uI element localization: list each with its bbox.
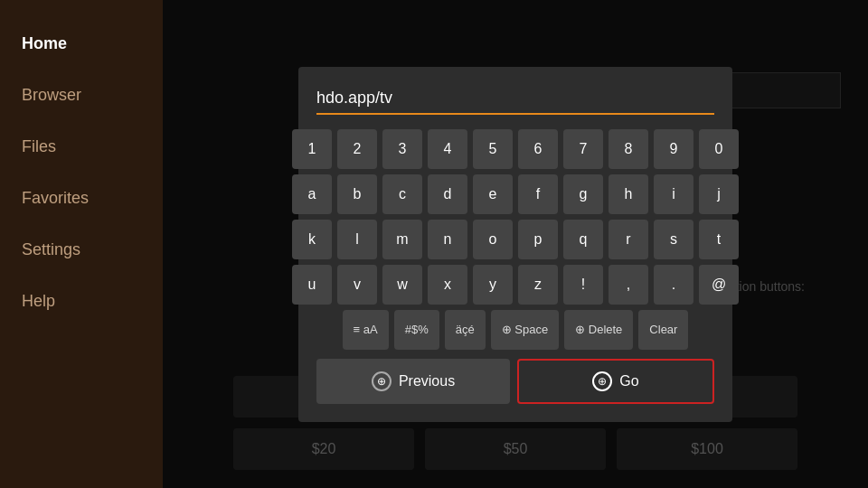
key-m[interactable]: m: [382, 220, 422, 259]
key-0[interactable]: 0: [699, 129, 739, 169]
key-s[interactable]: s: [654, 220, 693, 259]
key-a[interactable]: a: [292, 174, 332, 214]
key-d[interactable]: d: [428, 174, 467, 214]
sidebar-label-browser: Browser: [22, 86, 81, 104]
sidebar-item-browser[interactable]: Browser: [0, 70, 163, 121]
key-g[interactable]: g: [563, 174, 603, 214]
sidebar-label-help: Help: [22, 292, 55, 310]
key-5[interactable]: 5: [473, 129, 513, 169]
keyboard-dialog: 1 2 3 4 5 6 7 8 9 0 a b c d e: [298, 67, 732, 422]
key-at[interactable]: @: [699, 265, 739, 305]
key-9[interactable]: 9: [654, 129, 693, 169]
key-b[interactable]: b: [337, 174, 377, 214]
key-l[interactable]: l: [337, 220, 377, 259]
go-button[interactable]: ⊕ Go: [517, 359, 714, 404]
key-o[interactable]: o: [473, 220, 513, 259]
kb-row-special: ≡ aA #$% äçé ⊕ Space ⊕ Delete Clear: [316, 310, 714, 350]
sidebar-label-settings: Settings: [22, 240, 80, 258]
sidebar-item-settings[interactable]: Settings: [0, 224, 163, 276]
previous-icon: ⊕: [372, 371, 392, 391]
sidebar-item-help[interactable]: Help: [0, 276, 163, 327]
sidebar-item-home[interactable]: Home: [0, 18, 163, 70]
dialog-overlay: 1 2 3 4 5 6 7 8 9 0 a b c d e: [163, 0, 868, 488]
key-case-toggle[interactable]: ≡ aA: [343, 310, 389, 350]
key-t[interactable]: t: [699, 220, 739, 259]
url-input-container: [316, 85, 714, 115]
key-z[interactable]: z: [518, 265, 558, 305]
key-c[interactable]: c: [382, 174, 422, 214]
previous-button[interactable]: ⊕ Previous: [316, 359, 510, 404]
key-f[interactable]: f: [518, 174, 558, 214]
key-v[interactable]: v: [337, 265, 377, 305]
key-q[interactable]: q: [563, 220, 603, 259]
key-n[interactable]: n: [428, 220, 467, 259]
key-i[interactable]: i: [654, 174, 693, 214]
key-j[interactable]: j: [699, 174, 739, 214]
sidebar: Home Browser Files Favorites Settings He…: [0, 0, 163, 488]
key-4[interactable]: 4: [428, 129, 467, 169]
key-symbols[interactable]: #$%: [394, 310, 439, 350]
key-x[interactable]: x: [428, 265, 467, 305]
key-3[interactable]: 3: [382, 129, 422, 169]
previous-label: Previous: [399, 373, 455, 389]
key-u[interactable]: u: [292, 265, 332, 305]
key-h[interactable]: h: [609, 174, 648, 214]
key-p[interactable]: p: [518, 220, 558, 259]
key-k[interactable]: k: [292, 220, 332, 259]
key-space[interactable]: ⊕ Space: [491, 310, 559, 350]
key-r[interactable]: r: [609, 220, 648, 259]
key-exclaim[interactable]: !: [563, 265, 603, 305]
kb-row-a-j: a b c d e f g h i j: [316, 174, 714, 214]
key-clear[interactable]: Clear: [638, 310, 688, 350]
kb-row-k-t: k l m n o p q r s t: [316, 220, 714, 259]
bottom-nav-row: ⊕ Previous ⊕ Go: [316, 359, 714, 404]
key-2[interactable]: 2: [337, 129, 377, 169]
key-comma[interactable]: ,: [609, 265, 648, 305]
kb-row-numbers: 1 2 3 4 5 6 7 8 9 0: [316, 129, 714, 169]
key-8[interactable]: 8: [609, 129, 648, 169]
sidebar-label-home: Home: [22, 34, 67, 52]
main-content: ase donation buttons: (You'll be given t…: [163, 0, 868, 488]
sidebar-label-favorites: Favorites: [22, 189, 89, 207]
url-input[interactable]: [316, 85, 714, 115]
key-7[interactable]: 7: [563, 129, 603, 169]
key-e[interactable]: e: [473, 174, 513, 214]
go-label: Go: [619, 373, 638, 389]
sidebar-item-favorites[interactable]: Favorites: [0, 173, 163, 224]
key-w[interactable]: w: [382, 265, 422, 305]
key-period[interactable]: .: [654, 265, 693, 305]
key-y[interactable]: y: [473, 265, 513, 305]
key-accents[interactable]: äçé: [445, 310, 486, 350]
sidebar-item-files[interactable]: Files: [0, 121, 163, 173]
sidebar-label-files: Files: [22, 137, 56, 155]
key-1[interactable]: 1: [292, 129, 332, 169]
key-6[interactable]: 6: [518, 129, 558, 169]
go-icon: ⊕: [592, 371, 612, 391]
keyboard: 1 2 3 4 5 6 7 8 9 0 a b c d e: [316, 129, 714, 350]
key-delete[interactable]: ⊕ Delete: [564, 310, 633, 350]
kb-row-u-at: u v w x y z ! , . @: [316, 265, 714, 305]
